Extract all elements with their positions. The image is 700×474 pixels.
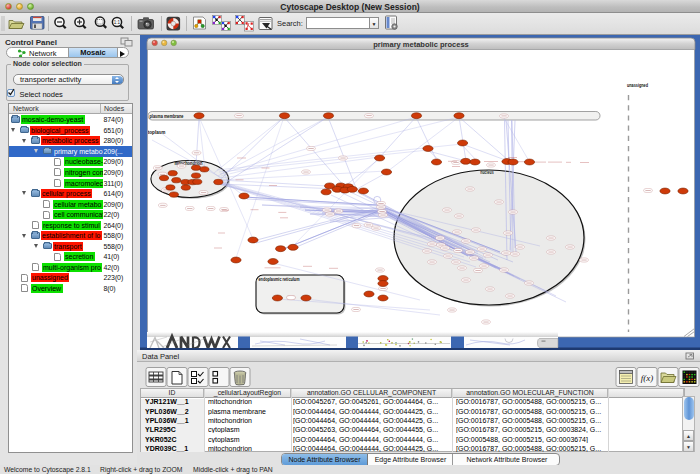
svg-text:1:1: 1:1 [114,20,121,25]
svg-text:primary metabolic process: primary metabolic process [373,40,468,49]
svg-text:plasma membrane: plasma membrane [150,114,184,119]
svg-text:f(x): f(x) [641,373,654,383]
svg-text:endoplasmic reticulum: endoplasmic reticulum [259,277,300,282]
svg-text:nucleus: nucleus [480,169,494,175]
svg-text:unassigned: unassigned [627,83,648,88]
